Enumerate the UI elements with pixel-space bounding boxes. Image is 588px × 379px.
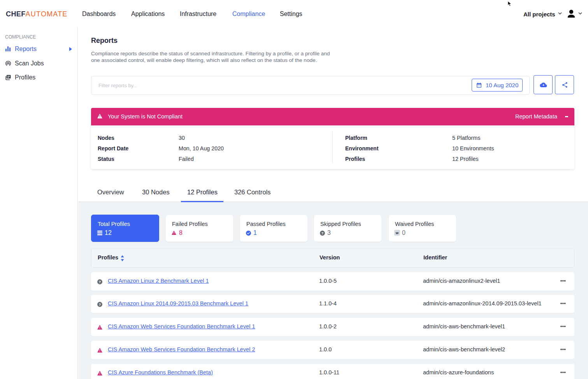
svg-text:w: w — [395, 231, 399, 235]
svg-text:?: ? — [321, 231, 324, 235]
svg-text:?: ? — [99, 280, 101, 284]
svg-text:?: ? — [99, 302, 101, 307]
